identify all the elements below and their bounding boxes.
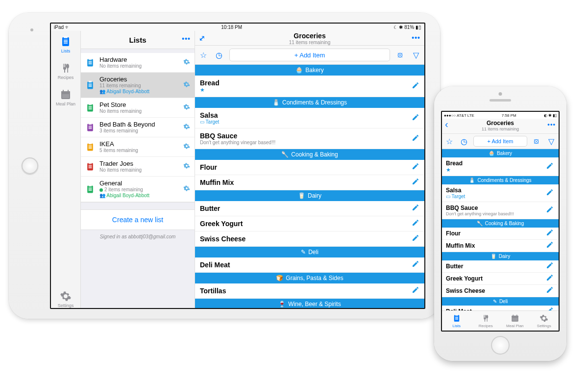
svg-rect-2 [64, 40, 68, 41]
edit-item-button[interactable] [412, 162, 419, 172]
list-settings-button[interactable] [183, 162, 191, 172]
list-settings-button[interactable] [183, 142, 191, 152]
grocery-item[interactable]: Butter [195, 201, 424, 216]
tab-recipes[interactable]: Recipes [58, 62, 74, 80]
edit-item-button[interactable] [546, 241, 554, 251]
grocery-item[interactable]: Butter [442, 260, 559, 273]
edit-item-button[interactable] [412, 113, 419, 123]
grocery-item[interactable]: Salsa▭ Target [195, 108, 424, 128]
list-settings-button[interactable] [183, 103, 191, 113]
list-row[interactable]: General 2 items remaining👥 Abigail Boyd-… [81, 177, 195, 202]
section-header[interactable]: 🥛Dairy [442, 252, 559, 260]
tab-recipes[interactable]: Recipes [471, 311, 501, 331]
edit-item-button[interactable] [412, 260, 419, 270]
edit-item-button[interactable] [412, 219, 419, 229]
section-header[interactable]: 🥄Cooking & Baking [442, 219, 559, 228]
detail-more-button[interactable]: ••• [547, 121, 556, 128]
grocery-item[interactable]: Muffin Mix [442, 240, 559, 252]
favorites-icon[interactable]: ☆ [444, 136, 455, 147]
grocery-item[interactable]: Tortillas [195, 283, 424, 299]
tab-mealplan[interactable]: Meal Plan [500, 311, 530, 331]
grocery-item[interactable]: Deli Meat [195, 257, 424, 273]
section-header[interactable]: 🧁Bakery [195, 65, 424, 76]
item-name: Deli Meat [200, 261, 419, 269]
list-row[interactable]: Groceries 11 items remaining👥 Abigail Bo… [81, 73, 195, 98]
edit-item-button[interactable] [546, 188, 554, 198]
back-button[interactable]: ‹ [445, 121, 448, 128]
add-item-input[interactable]: + Add Item [473, 136, 527, 147]
grocery-item[interactable]: Swiss Cheese [195, 231, 424, 247]
edit-item-button[interactable] [546, 162, 554, 172]
section-header[interactable]: ✎Deli [195, 247, 424, 257]
tab-lists[interactable]: Lists [442, 311, 471, 331]
add-item-input[interactable]: + Add Item [229, 49, 390, 61]
section-header[interactable]: 🧂Condiments & Dressings [442, 176, 559, 184]
tab-lists[interactable]: Lists [60, 36, 72, 53]
section-icon: ✎ [493, 299, 497, 304]
section-icon: 🍷 [278, 301, 286, 308]
edit-item-button[interactable] [546, 274, 554, 283]
svg-rect-28 [89, 127, 92, 128]
hide-icon[interactable]: ⦻ [395, 50, 406, 60]
list-settings-button[interactable] [183, 123, 191, 132]
iphone-toolbar: ☆ ◷ + Add Item ⦻ ▽ [442, 134, 559, 149]
list-row[interactable]: Bed Bath & Beyond 3 items remaining [81, 118, 195, 137]
list-settings-button[interactable] [183, 80, 191, 90]
grocery-item[interactable]: Swiss Cheese [442, 285, 559, 297]
ipad-home-button[interactable] [22, 157, 38, 174]
section-header[interactable]: 🧁Bakery [442, 149, 559, 157]
edit-item-button[interactable] [412, 286, 419, 296]
grocery-item[interactable]: Greek Yogurt [442, 273, 559, 285]
edit-item-button[interactable] [546, 229, 554, 238]
grocery-item[interactable]: Salsa▭ Target [442, 184, 559, 202]
edit-item-button[interactable] [412, 204, 419, 213]
svg-rect-23 [89, 107, 92, 108]
tab-settings[interactable]: Settings [58, 290, 74, 308]
section-header[interactable]: 🥄Cooking & Baking [195, 149, 424, 160]
filter-icon[interactable]: ▽ [411, 50, 421, 60]
edit-item-button[interactable] [546, 307, 554, 310]
svg-rect-36 [89, 162, 92, 163]
list-row[interactable]: Hardware No items remaining [81, 53, 195, 73]
lists-more-button[interactable]: ••• [182, 35, 191, 43]
tab-mealplan[interactable]: Meal Plan [56, 89, 75, 106]
grocery-item[interactable]: Deli Meat [442, 306, 559, 310]
section-header[interactable]: 🍷Wine, Beer & Spirits [195, 299, 424, 308]
grocery-item[interactable]: Flour [195, 160, 424, 175]
edit-item-button[interactable] [412, 81, 419, 91]
detail-more-button[interactable]: ••• [412, 34, 420, 42]
list-row[interactable]: IKEA 5 items remaining [81, 137, 195, 157]
list-settings-button[interactable] [183, 58, 191, 68]
grocery-item[interactable]: Bread★ [442, 157, 559, 176]
recent-icon[interactable]: ◷ [214, 50, 224, 60]
edit-item-button[interactable] [546, 261, 554, 271]
edit-item-button[interactable] [546, 205, 554, 215]
item-name: Deli Meat [446, 308, 555, 310]
grocery-item[interactable]: BBQ SauceDon't get anything vinegar base… [195, 128, 424, 149]
edit-item-button[interactable] [412, 134, 419, 144]
list-settings-button[interactable] [183, 184, 191, 194]
grocery-item[interactable]: Bread★ [195, 76, 424, 97]
section-header[interactable]: 🧂Condiments & Dressings [195, 97, 424, 108]
list-row[interactable]: Trader Joes No items remaining [81, 157, 195, 177]
grocery-item[interactable]: Greek Yogurt [195, 216, 424, 231]
iphone-home-button[interactable] [491, 336, 510, 355]
grocery-item[interactable]: Muffin Mix [195, 175, 424, 190]
section-header[interactable]: 🥛Dairy [195, 190, 424, 201]
edit-item-button[interactable] [412, 178, 419, 187]
grocery-item[interactable]: Flour [442, 228, 559, 240]
hide-icon[interactable]: ⦻ [531, 136, 542, 147]
list-row[interactable]: Pet Store No items remaining [81, 98, 195, 118]
ipad-screen: iPad ᯤ 10:18 PM ☾ ✱ 81% ▮▯ ListsRecipesM… [50, 23, 425, 309]
edit-item-button[interactable] [412, 234, 419, 244]
expand-icon[interactable]: ⤢ [199, 34, 205, 43]
tab-settings[interactable]: Settings [530, 311, 559, 331]
create-list-button[interactable]: Create a new list [81, 209, 195, 230]
favorites-icon[interactable]: ☆ [198, 50, 209, 60]
section-header[interactable]: ✎Deli [442, 297, 559, 306]
grocery-item[interactable]: BBQ SauceDon't get anything vinegar base… [442, 202, 559, 219]
filter-icon[interactable]: ▽ [546, 136, 557, 147]
recent-icon[interactable]: ◷ [459, 136, 469, 147]
section-header[interactable]: 🍞Grains, Pasta & Sides [195, 273, 424, 283]
edit-item-button[interactable] [546, 286, 554, 296]
